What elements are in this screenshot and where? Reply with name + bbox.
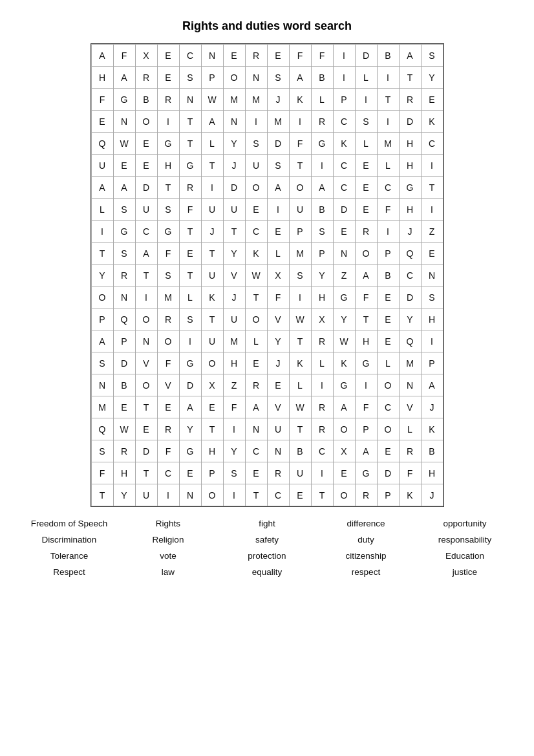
grid-cell: Z bbox=[421, 221, 443, 243]
grid-cell: A bbox=[113, 177, 135, 199]
grid-cell: Y bbox=[311, 265, 333, 286]
grid-cell: E bbox=[245, 352, 267, 374]
grid-cell: E bbox=[377, 440, 399, 462]
grid-cell: F bbox=[113, 45, 135, 67]
grid-cell: E bbox=[267, 221, 289, 243]
grid-cell: Q bbox=[113, 308, 135, 330]
grid-cell: O bbox=[91, 286, 113, 308]
grid-cell: D bbox=[399, 111, 421, 133]
grid-cell: D bbox=[355, 45, 377, 67]
grid-cell: I bbox=[157, 484, 179, 506]
grid-cell: T bbox=[201, 418, 223, 440]
grid-cell: S bbox=[311, 221, 333, 243]
grid-cell: F bbox=[377, 199, 399, 221]
grid-cell: B bbox=[135, 89, 157, 111]
grid-cell: E bbox=[289, 484, 311, 506]
grid-cell: E bbox=[135, 155, 157, 177]
grid-cell: K bbox=[333, 133, 355, 155]
grid-cell: E bbox=[157, 45, 179, 67]
grid-cell: V bbox=[135, 352, 157, 374]
grid-cell: N bbox=[179, 484, 201, 506]
grid-cell: T bbox=[201, 243, 223, 265]
grid-cell: I bbox=[223, 484, 245, 506]
grid-cell: W bbox=[289, 396, 311, 418]
grid-cell: V bbox=[267, 308, 289, 330]
grid-cell: H bbox=[113, 462, 135, 484]
grid-cell: O bbox=[201, 352, 223, 374]
grid-cell: K bbox=[421, 418, 443, 440]
grid-cell: C bbox=[157, 462, 179, 484]
grid-cell: P bbox=[201, 462, 223, 484]
grid-cell: L bbox=[289, 374, 311, 396]
grid-cell: I bbox=[311, 155, 333, 177]
word-item: equality bbox=[219, 567, 315, 577]
grid-cell: T bbox=[421, 177, 443, 199]
grid-cell: E bbox=[223, 45, 245, 67]
grid-cell: P bbox=[333, 89, 355, 111]
grid-cell: G bbox=[399, 177, 421, 199]
grid-cell: U bbox=[201, 265, 223, 286]
grid-cell: T bbox=[355, 308, 377, 330]
grid-cell: S bbox=[245, 133, 267, 155]
grid-cell: A bbox=[201, 111, 223, 133]
grid-cell: A bbox=[421, 374, 443, 396]
grid-cell: G bbox=[179, 440, 201, 462]
word-item: Discrimination bbox=[21, 535, 117, 545]
grid-cell: B bbox=[113, 374, 135, 396]
grid-cell: J bbox=[201, 221, 223, 243]
grid-cell: E bbox=[113, 396, 135, 418]
grid-cell: R bbox=[113, 265, 135, 286]
grid-cell: I bbox=[135, 286, 157, 308]
grid-cell: B bbox=[289, 440, 311, 462]
grid-cell: F bbox=[399, 462, 421, 484]
grid-cell: Y bbox=[399, 308, 421, 330]
grid-cell: K bbox=[245, 243, 267, 265]
grid-cell: L bbox=[377, 155, 399, 177]
grid-cell: G bbox=[333, 374, 355, 396]
grid-cell: M bbox=[223, 89, 245, 111]
grid-cell: R bbox=[157, 89, 179, 111]
grid-cell: H bbox=[399, 199, 421, 221]
grid-cell: L bbox=[245, 330, 267, 352]
grid-cell: H bbox=[157, 155, 179, 177]
grid-cell: A bbox=[245, 396, 267, 418]
grid-cell: S bbox=[91, 352, 113, 374]
grid-cell: N bbox=[267, 440, 289, 462]
grid-cell: J bbox=[223, 155, 245, 177]
grid-cell: I bbox=[311, 374, 333, 396]
grid-cell: D bbox=[377, 462, 399, 484]
word-item: safety bbox=[219, 535, 315, 545]
grid-cell: U bbox=[201, 199, 223, 221]
grid-cell: E bbox=[377, 330, 399, 352]
grid-cell: C bbox=[267, 484, 289, 506]
grid-cell: F bbox=[179, 199, 201, 221]
grid-cell: M bbox=[377, 133, 399, 155]
grid-cell: C bbox=[377, 177, 399, 199]
word-item: fight bbox=[219, 519, 315, 528]
grid-cell: L bbox=[355, 67, 377, 89]
grid-cell: K bbox=[421, 111, 443, 133]
grid-cell: A bbox=[355, 265, 377, 286]
grid-cell: T bbox=[289, 418, 311, 440]
grid-cell: E bbox=[91, 111, 113, 133]
grid-cell: Y bbox=[267, 330, 289, 352]
grid-cell: Y bbox=[223, 133, 245, 155]
grid-cell: W bbox=[113, 418, 135, 440]
grid-cell: N bbox=[245, 418, 267, 440]
grid-cell: G bbox=[333, 286, 355, 308]
grid-cell: S bbox=[267, 155, 289, 177]
grid-cell: R bbox=[135, 67, 157, 89]
grid-cell: N bbox=[421, 265, 443, 286]
grid-cell: S bbox=[113, 243, 135, 265]
grid-cell: Y bbox=[333, 308, 355, 330]
grid-cell: H bbox=[311, 286, 333, 308]
grid-cell: P bbox=[113, 330, 135, 352]
grid-cell: H bbox=[421, 462, 443, 484]
grid-cell: I bbox=[333, 67, 355, 89]
grid-cell: I bbox=[355, 89, 377, 111]
word-item: law bbox=[120, 567, 216, 577]
grid-cell: M bbox=[223, 330, 245, 352]
grid-cell: O bbox=[333, 418, 355, 440]
grid-cell: G bbox=[179, 155, 201, 177]
grid-cell: E bbox=[113, 155, 135, 177]
